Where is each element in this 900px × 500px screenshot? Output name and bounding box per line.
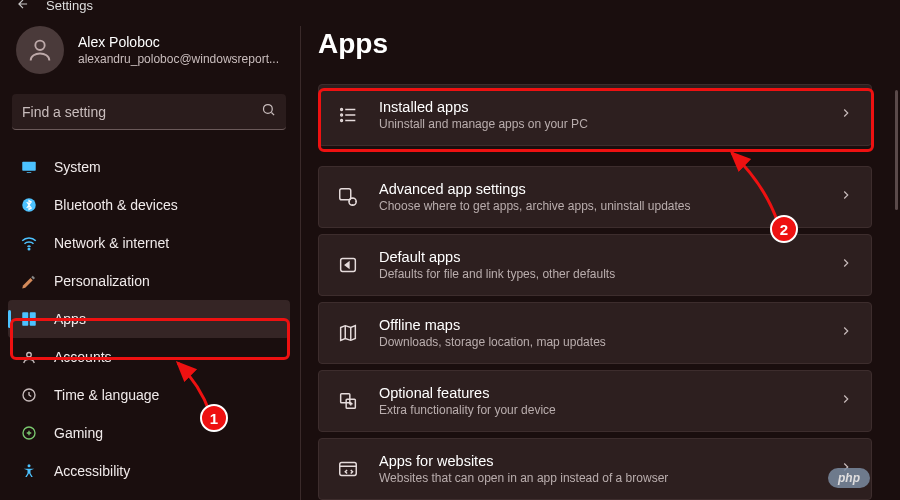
page-title: Apps	[318, 28, 872, 60]
sidebar-item-accessibility[interactable]: Accessibility	[8, 452, 290, 490]
list-icon	[337, 104, 359, 126]
svg-rect-7	[30, 312, 36, 318]
main-content: Apps Installed apps Uninstall and manage…	[298, 0, 900, 500]
sidebar-item-label: Bluetooth & devices	[54, 197, 178, 213]
profile-block[interactable]: Alex Poloboc alexandru_poloboc@windowsre…	[8, 10, 290, 94]
sidebar-item-label: System	[54, 159, 101, 175]
svg-point-16	[341, 120, 343, 122]
window-title: Settings	[46, 0, 93, 13]
sidebar-item-personalization[interactable]: Personalization	[8, 262, 290, 300]
card-title: Default apps	[379, 249, 839, 265]
sidebar-item-label: Accessibility	[54, 463, 130, 479]
sidebar: Settings Alex Poloboc alexandru_poloboc@…	[0, 0, 298, 500]
web-app-icon	[337, 458, 359, 480]
card-title: Apps for websites	[379, 453, 839, 469]
card-title: Installed apps	[379, 99, 839, 115]
sidebar-item-label: Gaming	[54, 425, 103, 441]
sidebar-item-time[interactable]: Time & language	[8, 376, 290, 414]
time-icon	[20, 386, 38, 404]
system-icon	[20, 158, 38, 176]
svg-rect-9	[30, 320, 36, 326]
sidebar-item-gaming[interactable]: Gaming	[8, 414, 290, 452]
search-box[interactable]	[12, 94, 286, 130]
apps-icon	[20, 310, 38, 328]
app-gear-icon	[337, 186, 359, 208]
svg-rect-20	[341, 394, 350, 403]
card-desc: Uninstall and manage apps on your PC	[379, 117, 839, 131]
svg-rect-2	[22, 162, 36, 171]
watermark: php	[828, 468, 870, 488]
sidebar-nav: System Bluetooth & devices Network & int…	[8, 148, 290, 490]
svg-point-5	[28, 248, 30, 250]
svg-rect-17	[340, 189, 351, 200]
back-icon[interactable]	[16, 0, 30, 14]
sidebar-item-label: Personalization	[54, 273, 150, 289]
svg-point-10	[27, 353, 32, 358]
sidebar-item-label: Time & language	[54, 387, 159, 403]
sidebar-item-network[interactable]: Network & internet	[8, 224, 290, 262]
svg-point-18	[349, 198, 356, 205]
card-advanced-settings[interactable]: Advanced app settings Choose where to ge…	[318, 166, 872, 228]
wifi-icon	[20, 234, 38, 252]
scrollbar[interactable]	[895, 90, 898, 210]
sidebar-item-accounts[interactable]: Accounts	[8, 338, 290, 376]
svg-rect-6	[22, 312, 28, 318]
sidebar-item-label: Apps	[54, 311, 86, 327]
card-title: Optional features	[379, 385, 839, 401]
svg-rect-22	[340, 463, 357, 476]
svg-point-0	[35, 41, 44, 50]
plus-box-icon	[337, 390, 359, 412]
svg-point-15	[341, 114, 343, 116]
profile-email: alexandru_poloboc@windowsreport...	[78, 52, 279, 66]
sidebar-item-label: Network & internet	[54, 235, 169, 251]
search-input[interactable]	[22, 104, 261, 120]
accessibility-icon	[20, 462, 38, 480]
titlebar: Settings	[8, 0, 290, 10]
sidebar-item-system[interactable]: System	[8, 148, 290, 186]
card-offline-maps[interactable]: Offline maps Downloads, storage location…	[318, 302, 872, 364]
card-installed-apps[interactable]: Installed apps Uninstall and manage apps…	[318, 84, 872, 146]
card-optional-features[interactable]: Optional features Extra functionality fo…	[318, 370, 872, 432]
svg-point-14	[341, 109, 343, 111]
card-title: Advanced app settings	[379, 181, 839, 197]
chevron-right-icon	[839, 106, 853, 124]
sidebar-item-label: Accounts	[54, 349, 112, 365]
sidebar-item-apps[interactable]: Apps	[8, 300, 290, 338]
svg-point-1	[264, 105, 273, 114]
search-icon	[261, 102, 276, 121]
default-icon	[337, 254, 359, 276]
gaming-icon	[20, 424, 38, 442]
card-default-apps[interactable]: Default apps Defaults for file and link …	[318, 234, 872, 296]
chevron-right-icon	[839, 256, 853, 274]
chevron-right-icon	[839, 392, 853, 410]
bluetooth-icon	[20, 196, 38, 214]
svg-point-13	[28, 464, 31, 467]
brush-icon	[20, 272, 38, 290]
chevron-right-icon	[839, 188, 853, 206]
svg-rect-8	[22, 320, 28, 326]
card-desc: Websites that can open in an app instead…	[379, 471, 839, 485]
profile-name: Alex Poloboc	[78, 34, 279, 50]
sidebar-item-bluetooth[interactable]: Bluetooth & devices	[8, 186, 290, 224]
avatar	[16, 26, 64, 74]
card-apps-for-websites[interactable]: Apps for websites Websites that can open…	[318, 438, 872, 500]
card-title: Offline maps	[379, 317, 839, 333]
card-desc: Defaults for file and link types, other …	[379, 267, 839, 281]
card-desc: Extra functionality for your device	[379, 403, 839, 417]
map-icon	[337, 322, 359, 344]
accounts-icon	[20, 348, 38, 366]
chevron-right-icon	[839, 324, 853, 342]
card-desc: Downloads, storage location, map updates	[379, 335, 839, 349]
card-desc: Choose where to get apps, archive apps, …	[379, 199, 839, 213]
svg-rect-3	[27, 172, 32, 173]
